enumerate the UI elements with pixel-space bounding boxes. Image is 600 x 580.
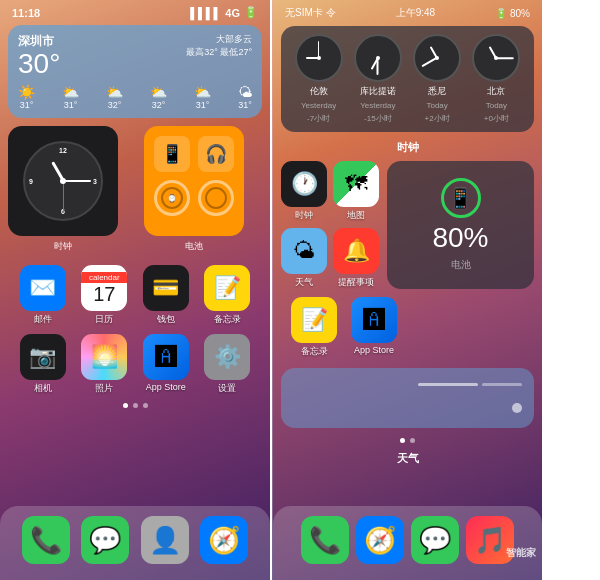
app-row-1-left: ✉️ 邮件 calendar 17 日历 💳 钱包 📝 备忘录 xyxy=(0,261,270,330)
beijing-min xyxy=(496,57,513,59)
weather-widget-left[interactable]: 深圳市 30° 大部多云 最高32° 最低27° ☀️31° ⛅31° ⛅32°… xyxy=(8,25,262,118)
battery-circle-1: ⌚ xyxy=(154,180,190,216)
apps-2x2-container: 🕐 时钟 🗺 地图 🌤 天气 🔔 提醒事项 xyxy=(281,161,379,289)
mail-label: 邮件 xyxy=(34,313,52,326)
appstore-label-left: App Store xyxy=(146,382,186,392)
clock-widget-right[interactable]: 伦敦 Yesterday -7小时 库比提诺 Yesterday -15小时 xyxy=(281,26,534,132)
cupertino-min xyxy=(377,58,379,75)
dot-2-right xyxy=(410,438,415,443)
widgets-row-left: 12 3 6 9 时钟 📱 🎧 ⌚ xyxy=(8,126,262,253)
dock-phone-left[interactable]: 📞 xyxy=(22,516,70,564)
app-calendar[interactable]: calendar 17 日历 xyxy=(81,265,127,326)
battery-right: 🔋 80% xyxy=(495,8,530,19)
app-appstore-left[interactable]: 🅰 App Store xyxy=(143,334,189,395)
calendar-icon[interactable]: calendar 17 xyxy=(81,265,127,311)
camera-icon[interactable]: 📷 xyxy=(20,334,66,380)
clock-icon-right[interactable]: 🕐 xyxy=(281,161,327,207)
left-phone: 11:18 ▌▌▌▌ 4G 🔋 深圳市 30° 大部多云 最高32° 最低27°… xyxy=(0,0,270,580)
clock-widget-left[interactable]: 12 3 6 9 xyxy=(8,126,118,236)
app-weather-right[interactable]: 🌤 天气 xyxy=(281,228,327,289)
battery-circle-2 xyxy=(198,180,234,216)
city-sydney: 悉尼 Today +2小时 xyxy=(413,34,461,124)
battery-phone-icon-right: 📱 xyxy=(441,178,481,218)
appstore-icon-left[interactable]: 🅰 xyxy=(143,334,189,380)
notes-icon[interactable]: 📝 xyxy=(204,265,250,311)
dock-right: 📞 🧭 💬 🎵 xyxy=(273,506,542,580)
battery-app-earphones: 🎧 xyxy=(198,136,234,172)
city-beijing: 北京 Today +0小时 xyxy=(472,34,520,124)
appstore-icon-right[interactable]: 🅰 xyxy=(351,297,397,343)
settings-label: 设置 xyxy=(218,382,236,395)
notes-label: 备忘录 xyxy=(214,313,241,326)
app-wallet[interactable]: 💳 钱包 xyxy=(143,265,189,326)
battery-app-phone: 📱 xyxy=(154,136,190,172)
app-settings[interactable]: ⚙️ 设置 xyxy=(204,334,250,395)
network-left: 4G xyxy=(225,7,240,19)
calendar-label: 日历 xyxy=(95,313,113,326)
app-clock-right[interactable]: 🕐 时钟 xyxy=(281,161,327,222)
clock-london xyxy=(295,34,343,82)
weather-bar-1 xyxy=(418,383,478,386)
weather-bar-2 xyxy=(482,383,522,386)
middle-section-right: 🕐 时钟 🗺 地图 🌤 天气 🔔 提醒事项 xyxy=(281,161,534,289)
clock-label-left: 时钟 xyxy=(54,240,72,253)
mail-icon[interactable]: ✉️ xyxy=(20,265,66,311)
app-appstore-right[interactable]: 🅰 App Store xyxy=(351,297,397,358)
battery-left: 🔋 xyxy=(244,6,258,19)
cal-day: 17 xyxy=(93,283,115,305)
app-row-2-left: 📷 相机 🌅 照片 🅰 App Store ⚙️ 设置 xyxy=(0,330,270,399)
settings-icon[interactable]: ⚙️ xyxy=(204,334,250,380)
battery-percent-right: 80% xyxy=(432,222,488,254)
dock-contacts-left[interactable]: 👤 xyxy=(141,516,189,564)
clock-beijing xyxy=(472,34,520,82)
clock-widget-container-left[interactable]: 12 3 6 9 时钟 xyxy=(8,126,118,253)
battery-widget-left[interactable]: 📱 🎧 ⌚ xyxy=(144,126,244,236)
city-london: 伦敦 Yesterday -7小时 xyxy=(295,34,343,124)
app-mail[interactable]: ✉️ 邮件 xyxy=(20,265,66,326)
weather-section-label: 天气 xyxy=(273,447,542,468)
dot-1-right xyxy=(400,438,405,443)
photos-icon[interactable]: 🌅 xyxy=(81,334,127,380)
status-bar-right: 无SIM卡 令 上午9:48 🔋 80% xyxy=(273,0,542,22)
app-camera[interactable]: 📷 相机 xyxy=(20,334,66,395)
weather-icon-right[interactable]: 🌤 xyxy=(281,228,327,274)
clock-sydney xyxy=(413,34,461,82)
weather-desc-left: 大部多云 xyxy=(186,33,252,46)
time-right: 上午9:48 xyxy=(396,6,435,20)
battery-icons-grid: 📱 🎧 ⌚ xyxy=(154,136,234,216)
center-dot-left xyxy=(60,178,66,184)
dock-messages-left[interactable]: 💬 xyxy=(81,516,129,564)
dock-safari-left[interactable]: 🧭 xyxy=(200,516,248,564)
app-notes-right[interactable]: 📝 备忘录 xyxy=(291,297,337,358)
app-reminders-right[interactable]: 🔔 提醒事项 xyxy=(333,228,379,289)
battery-widget-container-left[interactable]: 📱 🎧 ⌚ 电池 xyxy=(126,126,262,253)
maps-icon-right[interactable]: 🗺 xyxy=(333,161,379,207)
watermark: 智能家 xyxy=(506,546,536,560)
notes-icon-right[interactable]: 📝 xyxy=(291,297,337,343)
weather-dot-right xyxy=(512,403,522,413)
dock-phone-right[interactable]: 📞 xyxy=(301,516,349,564)
time-left: 11:18 xyxy=(12,7,40,19)
dock-messages-right[interactable]: 💬 xyxy=(411,516,459,564)
weather-widget-bottom-right[interactable] xyxy=(281,368,534,428)
reminders-icon-right[interactable]: 🔔 xyxy=(333,228,379,274)
dock-safari-right[interactable]: 🧭 xyxy=(356,516,404,564)
app-notes[interactable]: 📝 备忘录 xyxy=(204,265,250,326)
second-hand-left xyxy=(63,181,64,211)
status-bar-left: 11:18 ▌▌▌▌ 4G 🔋 xyxy=(0,0,270,21)
sim-status: 无SIM卡 令 xyxy=(285,6,336,20)
page-dots-left xyxy=(0,399,270,412)
weather-range-left: 最高32° 最低27° xyxy=(186,46,252,59)
app-photos[interactable]: 🌅 照片 xyxy=(81,334,127,395)
camera-label: 相机 xyxy=(34,382,52,395)
right-phone: 无SIM卡 令 上午9:48 🔋 80% 伦敦 Yesterday -7小时 xyxy=(272,0,542,580)
appstore-label-right: App Store xyxy=(354,345,394,355)
city-cupertino: 库比提诺 Yesterday -15小时 xyxy=(354,34,402,124)
photos-label: 照片 xyxy=(95,382,113,395)
dot-2-left xyxy=(133,403,138,408)
app-maps-right[interactable]: 🗺 地图 xyxy=(333,161,379,222)
wallet-icon[interactable]: 💳 xyxy=(143,265,189,311)
weather-forecast-left: ☀️31° ⛅31° ⛅32° ⛅32° ⛅31° 🌤31° xyxy=(18,84,252,110)
battery-widget-right[interactable]: 📱 80% 电池 xyxy=(387,161,534,289)
battery-label-left: 电池 xyxy=(185,240,203,253)
